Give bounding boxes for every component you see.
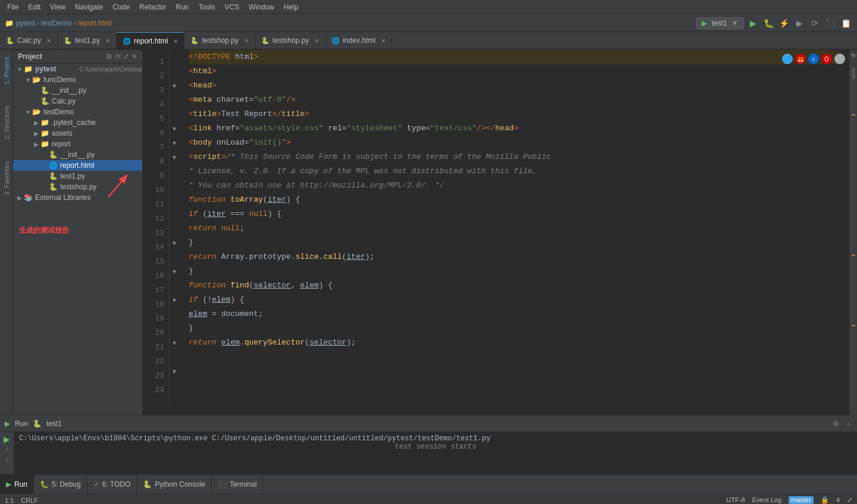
file-tree-action-sync[interactable]: ⟳ [115, 52, 121, 61]
bottom-tab-python-console[interactable]: 🐍 Python Console [137, 475, 212, 494]
scrollbar-thumb[interactable] [852, 67, 855, 79]
bottom-tab-todo[interactable]: ✓ 6: TODO [87, 475, 137, 494]
gutter-23-fold[interactable]: ▼ [170, 364, 179, 378]
run-config-icon: ▶ [702, 19, 707, 27]
breadcrumb-part2[interactable]: testDemo [41, 19, 71, 27]
run-output-scroll-down[interactable]: ↓ [844, 418, 852, 429]
sidebar-structure-tab[interactable]: 2: Structure [2, 101, 11, 145]
tree-item-ext-libs[interactable]: ▶ 📚 External Libraries [13, 192, 142, 203]
tab-close-index[interactable]: ✕ [381, 37, 386, 44]
bottom-tab-todo-label: 6: TODO [102, 480, 131, 489]
breadcrumb-part3[interactable]: report.html [77, 19, 111, 27]
menu-tools[interactable]: Tools [193, 0, 220, 14]
right-sidebar-eye[interactable]: 👁 [849, 51, 858, 60]
run-config-name[interactable]: ▶ test1 ▼ [696, 17, 744, 29]
tab-calc-py[interactable]: 🐍 Calc.py ✕ [0, 32, 58, 49]
tab-close-report[interactable]: ✕ [173, 38, 178, 45]
status-line-sep[interactable]: ⤢ [847, 496, 852, 504]
gutter-21-fold[interactable]: ▼ [170, 336, 179, 350]
tree-item-testshop[interactable]: ▶ 🐍 testshop.py [13, 181, 142, 192]
file-tree-action-expand[interactable]: ⤢ [123, 52, 129, 61]
menu-vcs[interactable]: VCS [220, 0, 244, 14]
breadcrumb-project[interactable]: 📁 [5, 19, 14, 27]
run-debug-button[interactable]: 🐛 [762, 17, 775, 30]
tab-report-html[interactable]: 🌐 report.html ✕ [117, 32, 184, 49]
tree-item-pytest-cache[interactable]: ▶ 📁 .pytest_cache [13, 117, 142, 128]
gutter-2 [170, 64, 179, 79]
tree-label-report: report [52, 140, 142, 148]
tree-item-report-html[interactable]: ▶ 🌐 report.html [13, 160, 142, 171]
tree-item-calcpy[interactable]: ▶ 🐍 Calc.py [13, 96, 142, 107]
run-play-side-btn[interactable]: ▶ [4, 434, 10, 444]
run-restart-button[interactable]: ⟳ [808, 17, 821, 30]
tree-item-test1[interactable]: ▶ 🐍 test1.py [13, 171, 142, 181]
tree-arrow-testdemo: ▼ [24, 109, 32, 115]
bottom-tab-run[interactable]: ▶ Run [0, 475, 34, 494]
tab-close-testshop2[interactable]: ✕ [314, 37, 319, 44]
sidebar-project-tab[interactable]: 1: Project [2, 52, 11, 89]
gutter-6-fold[interactable]: ▼ [170, 121, 179, 136]
tree-item-funcdemo[interactable]: ▼ 📂 funcDemo [13, 74, 142, 85]
tree-label-pytest-cache: .pytest_cache [52, 118, 142, 127]
tab-test1-py[interactable]: 🐍 test1.py ✕ [58, 32, 117, 49]
tree-item-init2[interactable]: ▶ 🐍 __init__.py [13, 149, 142, 160]
file-tree-action-close[interactable]: ✕ [132, 52, 137, 61]
gutter-3-fold[interactable]: ▼ [170, 79, 179, 93]
tab-index-html[interactable]: 🌐 index.html ✕ [326, 32, 392, 49]
status-encoding[interactable]: UTF-8 [727, 496, 745, 504]
menu-window[interactable]: Window [244, 0, 279, 14]
menu-edit[interactable]: Edit [23, 0, 45, 14]
gutter-8-fold[interactable]: ▼ [170, 150, 179, 164]
breadcrumb-part1[interactable]: pytest [16, 19, 35, 27]
code-editor-content[interactable]: 12345 678910 1112131415 1617181920 21222… [143, 50, 849, 415]
tab-close-test1[interactable]: ✕ [105, 37, 110, 44]
status-event-log[interactable]: Event Log [752, 496, 782, 504]
menu-help[interactable]: Help [279, 0, 304, 14]
warning-indicator-3 [852, 325, 855, 326]
tab-close-testshop1[interactable]: ✕ [244, 37, 249, 44]
run-output-gear[interactable]: ⚙ [830, 418, 842, 429]
tree-item-report[interactable]: ▶ 📁 report [13, 139, 142, 149]
tree-item-assets[interactable]: ▶ 📁 assets [13, 128, 142, 139]
run-side-buttons: ▶ ↑ ↓ [0, 432, 14, 474]
menu-navigate[interactable]: Navigate [70, 0, 108, 14]
run-up-btn[interactable]: ↑ [5, 445, 9, 453]
menu-code[interactable]: Code [108, 0, 135, 14]
warning-indicator-2 [852, 255, 855, 256]
code-lines-container[interactable]: <!DOCTYPE html> <html> <head> <meta char… [179, 50, 849, 402]
tree-item-testdemo[interactable]: ▼ 📂 testDemo [13, 107, 142, 117]
tree-item-init1[interactable]: ▶ 🐍 __init__.py [13, 85, 142, 96]
menu-file[interactable]: File [2, 0, 23, 14]
run-title-sep: 🐍 [33, 420, 42, 428]
bottom-tab-terminal[interactable]: ⬛ Terminal [212, 475, 263, 494]
sidebar-favorites-tab[interactable]: 3: Favorites [2, 156, 11, 200]
menu-run[interactable]: Run [171, 0, 193, 14]
code-line-1: <!DOCTYPE html> [189, 50, 839, 64]
run-stop-button[interactable]: ▶ [793, 17, 806, 30]
status-indent[interactable]: 4 [836, 496, 840, 504]
status-crlf[interactable]: CRLF [21, 497, 38, 504]
tab-testshop1-py[interactable]: 🐍 testshop.py ✕ [184, 32, 255, 49]
bottom-tab-debug[interactable]: 🐛 5: Debug [34, 475, 87, 494]
status-git[interactable]: master [789, 496, 814, 504]
gutter-13 [170, 221, 179, 236]
run-coverage-button[interactable]: ⚡ [777, 17, 790, 30]
gutter-14-fold[interactable]: ▼ [170, 236, 179, 250]
status-position[interactable]: 1:1 [5, 497, 14, 504]
tab-testshop2-py[interactable]: 🐍 testshop.py ✕ [255, 32, 326, 49]
tab-close-calc[interactable]: ✕ [46, 37, 51, 44]
tree-item-pytest[interactable]: ▼ 📁 pytest C:\Users\apple\Desktop [13, 64, 142, 74]
run-extra-button[interactable]: 📋 [839, 17, 852, 30]
menu-refactor[interactable]: Refactor [135, 0, 171, 14]
run-stop-square-button[interactable]: ⬛ [824, 17, 837, 30]
file-tree-action-gear[interactable]: ⚙ [106, 52, 112, 61]
tab-icon-index: 🌐 [331, 37, 340, 45]
gutter-16-fold[interactable]: ▼ [170, 264, 179, 278]
gutter-18-fold[interactable]: ▼ [170, 293, 179, 307]
run-play-button[interactable]: ▶ [746, 17, 759, 30]
menu-view[interactable]: View [45, 0, 70, 14]
code-line-7: <body onLoad="init()"> [189, 136, 839, 150]
run-down-btn[interactable]: ↓ [5, 455, 9, 463]
gutter-7-fold[interactable]: ▼ [170, 136, 179, 150]
safari-icon: ⟳ [834, 54, 845, 64]
